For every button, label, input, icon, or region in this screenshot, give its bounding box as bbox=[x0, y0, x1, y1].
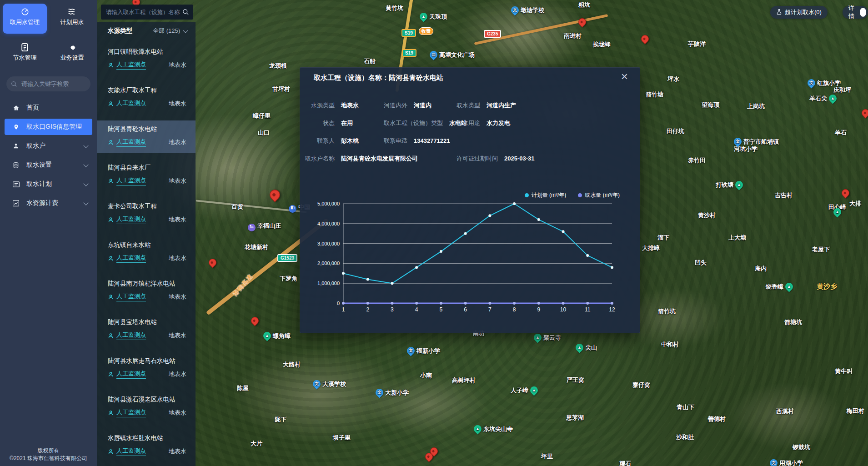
detail-toggle[interactable]: 详情 bbox=[843, 6, 868, 19]
app-card-3[interactable]: 节水管理 bbox=[3, 39, 47, 69]
facility-list-item[interactable]: 陆河县自来水厂人工监测点地表水 bbox=[97, 159, 196, 191]
field-phone: 联系电话13432771221 bbox=[384, 137, 450, 145]
monitor-type-link[interactable]: 人工监测点 bbox=[116, 176, 146, 185]
monitor-type-link[interactable]: 人工监测点 bbox=[116, 370, 146, 379]
field-status: 状态在用 bbox=[305, 119, 353, 127]
facility-list-item[interactable]: 陆河县水唇走马石水电站人工监测点地表水 bbox=[97, 352, 196, 385]
map-label: 大路村 bbox=[283, 361, 301, 368]
chevron-down-icon[interactable] bbox=[83, 162, 88, 167]
map-label: 山口 bbox=[258, 129, 270, 136]
sidebar-item-gis-info[interactable]: 取水口GIS信息管理 bbox=[5, 119, 92, 135]
map-label: 箭竹塘 bbox=[646, 91, 663, 98]
map-label: 庆和坪 bbox=[833, 86, 851, 93]
svg-text:0: 0 bbox=[337, 301, 340, 306]
facility-name: 陆河县南万镇杞洋水电站 bbox=[108, 280, 186, 288]
facility-list-item[interactable]: 陆河县宝塔水电站人工监测点地表水 bbox=[97, 314, 196, 346]
monitor-type-link[interactable]: 人工监测点 bbox=[116, 331, 146, 340]
map-label: 文墩塘学校 bbox=[511, 6, 544, 14]
map-label: 沙和肚 bbox=[676, 434, 694, 441]
person-icon bbox=[108, 333, 114, 339]
temple-icon: ▲ bbox=[532, 332, 543, 343]
facility-search-box[interactable] bbox=[101, 5, 193, 20]
monitor-type-link[interactable]: 人工监测点 bbox=[116, 408, 146, 417]
sidebar-search-box[interactable] bbox=[6, 76, 90, 91]
chevron-down-icon[interactable] bbox=[183, 28, 188, 33]
monitor-type-link[interactable]: 人工监测点 bbox=[116, 447, 146, 456]
water-source-label: 地表水 bbox=[169, 177, 186, 185]
sidebar-item-water-billing[interactable]: 水资源计费 bbox=[0, 194, 97, 213]
svg-text:6: 6 bbox=[464, 306, 467, 313]
monitor-type-link[interactable]: 人工监测点 bbox=[116, 138, 146, 147]
sidebar-search-input[interactable] bbox=[20, 80, 86, 88]
app-icon bbox=[50, 8, 94, 17]
sidebar-item-intake-plan[interactable]: 取水计划 bbox=[0, 175, 97, 194]
map-label: ▲聚云寺 bbox=[534, 334, 561, 341]
sidebar-item-intake-settings[interactable]: 取水设置 bbox=[0, 155, 97, 175]
school-icon: 文 bbox=[405, 345, 416, 356]
chevron-down-icon[interactable] bbox=[83, 200, 88, 205]
facility-search-input[interactable] bbox=[105, 9, 182, 16]
home-icon bbox=[12, 105, 20, 111]
monitor-type-link[interactable]: 人工监测点 bbox=[116, 215, 146, 224]
person-icon bbox=[108, 371, 114, 377]
intake-settings-icon bbox=[12, 162, 20, 169]
monitor-type-link[interactable]: 人工监测点 bbox=[116, 254, 146, 263]
map-label: 文大新小学 bbox=[376, 389, 409, 396]
toggle-knob[interactable] bbox=[860, 8, 866, 17]
school-icon: 文 bbox=[311, 378, 322, 389]
field-source-type: 水源类型地表水 bbox=[305, 101, 359, 110]
svg-text:12: 12 bbox=[609, 306, 615, 313]
app-window: 甬莞高速 黄竹坑▲天珠顶文墩塘学校粗坑南进村挨垅蜂芋陂洋龙颈根石船▤高塘文化广场… bbox=[0, 0, 868, 466]
facility-list-item[interactable]: 陆河县南万镇杞洋水电站人工监测点地表水 bbox=[97, 275, 196, 307]
svg-text:10: 10 bbox=[560, 306, 567, 313]
map-label: 百货 bbox=[231, 203, 243, 210]
mountain-icon: ▲ bbox=[574, 342, 585, 353]
map-label: 吉告村 bbox=[775, 192, 793, 199]
app-card-1[interactable]: 取用水管理 bbox=[3, 4, 47, 34]
facility-list-item[interactable]: 陆河县激石溪老区水电站人工监测点地表水 bbox=[97, 391, 196, 423]
svg-text:1,000,000: 1,000,000 bbox=[317, 281, 340, 286]
map-label: 烧香嶂▲ bbox=[766, 283, 793, 291]
map-label: 上岗坑 bbox=[747, 103, 765, 110]
monitor-type-link[interactable]: 人工监测点 bbox=[116, 292, 146, 301]
map-label: 中和村 bbox=[661, 341, 679, 348]
chevron-down-icon[interactable] bbox=[83, 181, 88, 186]
over-plan-intake-button[interactable]: 超计划取水(0) bbox=[770, 6, 828, 19]
svg-text:2: 2 bbox=[366, 306, 369, 313]
map-label: 耀石 bbox=[619, 460, 631, 466]
facility-list-item[interactable]: 水唇镇水栏肚水电站人工监测点地表水 bbox=[97, 430, 196, 462]
facility-name: 陆河县激石溪老区水电站 bbox=[108, 396, 186, 404]
map-label: 凹头 bbox=[695, 259, 707, 266]
search-icon bbox=[11, 81, 17, 87]
gas-station-icon bbox=[289, 205, 296, 213]
search-icon[interactable] bbox=[182, 9, 189, 15]
map-label: 文红旗小学 bbox=[808, 79, 841, 87]
sidebar-item-water-user[interactable]: 取水户 bbox=[0, 136, 97, 155]
map-label: 思茅湖 bbox=[566, 414, 584, 421]
school-icon: 文 bbox=[374, 387, 385, 398]
water-source-label: 地表水 bbox=[169, 293, 186, 301]
sidebar-item-home[interactable]: 首页 bbox=[0, 98, 97, 117]
app-card-4[interactable]: 业务设置 bbox=[50, 39, 94, 69]
map-label: ▲螺角嶂 bbox=[263, 332, 291, 340]
map-label: 赤竹田 bbox=[688, 157, 706, 164]
monitor-type-link[interactable]: 人工监测点 bbox=[116, 99, 146, 108]
map-label: 溜下 bbox=[657, 234, 669, 241]
facility-list-item[interactable]: 河口镇唱歌潭水电站人工监测点地表水 bbox=[97, 43, 196, 75]
map-label: 田仔坑 bbox=[667, 128, 684, 135]
app-icon bbox=[50, 43, 94, 52]
app-card-2[interactable]: 计划用水 bbox=[50, 4, 94, 34]
facility-list-item[interactable]: 陆河县青砼水电站人工监测点地表水 bbox=[97, 120, 196, 153]
map-label: 嶂仔里 bbox=[253, 112, 271, 119]
sidebar: 取用水管理计划用水节水管理业务设置 首页取水口GIS信息管理取水户取水设置取水计… bbox=[0, 0, 97, 466]
facility-list-item[interactable]: 麦卡公司取水工程人工监测点地表水 bbox=[97, 198, 196, 230]
map-label: 大片 bbox=[251, 440, 262, 447]
filter-all-count[interactable]: 全部 (125) bbox=[153, 27, 180, 35]
close-icon[interactable]: × bbox=[621, 70, 628, 83]
monitor-type-link[interactable]: 人工监测点 bbox=[116, 60, 146, 70]
chevron-down-icon[interactable] bbox=[83, 143, 88, 148]
map-label: ▲ bbox=[833, 208, 843, 216]
school-icon: 文 bbox=[732, 136, 743, 147]
facility-list-item[interactable]: 东坑镇自来水站人工监测点地表水 bbox=[97, 236, 196, 269]
facility-list-item[interactable]: 友能水厂取水工程人工监测点地表水 bbox=[97, 82, 196, 114]
